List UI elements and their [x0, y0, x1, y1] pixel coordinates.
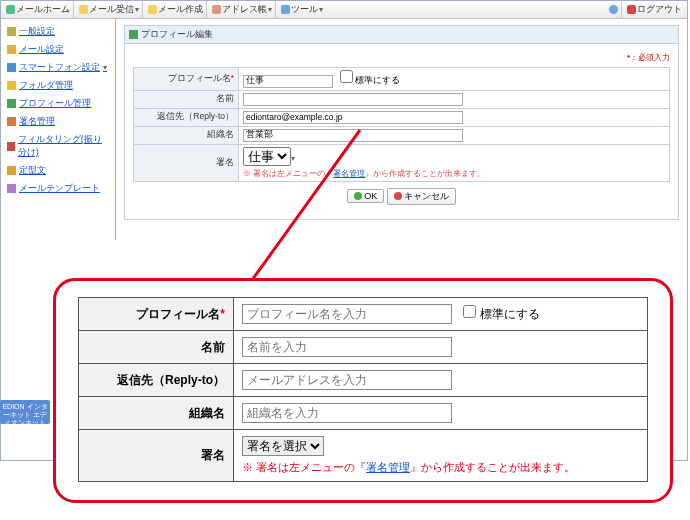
zoom-input-org[interactable]	[242, 403, 452, 423]
cancel-button[interactable]: キャンセル	[387, 188, 456, 205]
sidebar-item-mail-template[interactable]: メールテンプレート	[7, 182, 109, 195]
sidebar-item-general[interactable]: 一般設定	[7, 25, 109, 38]
checkbox-default[interactable]	[340, 70, 353, 83]
input-name[interactable]	[243, 93, 463, 106]
zoom-sign-note-link[interactable]: 署名管理	[366, 461, 410, 473]
zoom-label-profile-name: プロフィール名*	[79, 298, 234, 331]
sidebar-item-filter[interactable]: フィルタリング(振り分け)	[7, 133, 109, 159]
input-reply[interactable]	[243, 111, 463, 124]
zoom-label-default: 標準にする	[480, 307, 540, 321]
zoom-select-sign[interactable]: 署名を選択	[242, 436, 324, 456]
zoom-input-name[interactable]	[242, 337, 452, 357]
sign-hint: ※ 署名は左メニューの『署名管理』から作成することが出来ます。	[243, 168, 665, 179]
brand-footer: EDION インターネット エディオンネット	[0, 400, 50, 424]
sidebar-item-folder[interactable]: フォルダ管理	[7, 79, 109, 92]
toolbar: メールホーム メール受信▾ メール作成 アドレス帳▾ ツール▾ ログアウト	[1, 1, 687, 19]
toolbar-help[interactable]	[606, 1, 622, 19]
panel-title: プロフィール編集	[124, 25, 679, 44]
sidebar-item-mail[interactable]: メール設定	[7, 43, 109, 56]
label-org: 組織名	[134, 126, 239, 144]
input-org[interactable]	[243, 129, 463, 142]
profile-form-mini: プロフィール名* 標準にする 名前 返信先（Reply-to）	[133, 67, 670, 182]
input-profile-name[interactable]	[243, 75, 333, 88]
sidebar-item-smartphone[interactable]: スマートフォン設定▾	[7, 61, 109, 74]
sidebar-item-signature[interactable]: 署名管理	[7, 115, 109, 128]
zoom-label-org: 組織名	[79, 397, 234, 430]
zoom-form: プロフィール名* 標準にする 名前 返信先（Reply-to） 組織名 署名 署…	[78, 297, 648, 482]
toolbar-check[interactable]: メール受信▾	[76, 1, 143, 19]
sidebar: 一般設定 メール設定 スマートフォン設定▾ フォルダ管理 プロフィール管理 署名…	[1, 19, 116, 240]
zoom-sign-note: ※ 署名は左メニューの『署名管理』から作成することが出来ます。	[242, 460, 639, 475]
toolbar-tools[interactable]: ツール▾	[278, 1, 326, 19]
sign-hint-link[interactable]: 署名管理	[333, 169, 365, 178]
content: プロフィール編集 *：必須入力 プロフィール名* 標準にする 名前	[116, 19, 687, 240]
toolbar-address[interactable]: アドレス帳▾	[209, 1, 276, 19]
label-profile-name: プロフィール名*	[134, 68, 239, 91]
label-name: 名前	[134, 90, 239, 108]
zoom-panel: プロフィール名* 標準にする 名前 返信先（Reply-to） 組織名 署名 署…	[53, 278, 673, 503]
select-sign[interactable]: 仕事	[243, 147, 291, 166]
toolbar-logout[interactable]: ログアウト	[624, 1, 685, 19]
required-note: *：必須入力	[133, 52, 670, 63]
ok-button[interactable]: OK	[347, 189, 384, 203]
toolbar-home[interactable]: メールホーム	[3, 1, 74, 19]
zoom-checkbox-default[interactable]	[463, 305, 476, 318]
label-reply: 返信先（Reply-to）	[134, 108, 239, 126]
zoom-input-profile-name[interactable]	[242, 304, 452, 324]
label-sign: 署名	[134, 144, 239, 181]
sidebar-item-profile[interactable]: プロフィール管理	[7, 97, 109, 110]
zoom-label-sign: 署名	[79, 430, 234, 482]
sidebar-item-template-text[interactable]: 定型文	[7, 164, 109, 177]
zoom-label-reply: 返信先（Reply-to）	[79, 364, 234, 397]
label-default: 標準にする	[355, 75, 400, 85]
zoom-label-name: 名前	[79, 331, 234, 364]
zoom-input-reply[interactable]	[242, 370, 452, 390]
toolbar-compose[interactable]: メール作成	[145, 1, 207, 19]
